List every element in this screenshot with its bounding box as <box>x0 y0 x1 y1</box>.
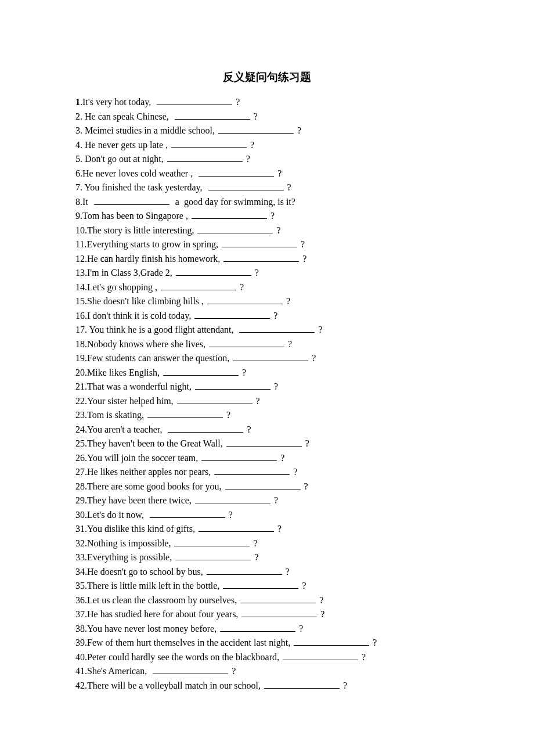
question-text-suffix: ? <box>237 282 244 292</box>
document-page: 反义疑问句练习题 1.It's very hot today, ?2. He c… <box>0 0 534 751</box>
question-text-suffix: ? <box>240 368 246 377</box>
question-text-prefix: You finished the task yesterday, <box>82 182 207 192</box>
question-item: 19.Few students can answer the question,… <box>75 351 459 366</box>
question-number: 9 <box>75 211 80 221</box>
question-number: 2 <box>75 111 80 121</box>
question-text-prefix: They haven't been to the Great Wall, <box>87 438 225 448</box>
question-number: 8 <box>75 197 80 207</box>
question-text-suffix: ? <box>226 510 233 520</box>
question-text-suffix: ? <box>303 438 309 448</box>
question-item: 2. He can speak Chinese, ? <box>75 110 459 124</box>
question-text-prefix: I don't think it is cold today, <box>87 311 193 321</box>
question-item: 6.He never loves cold weather , ? <box>75 167 459 181</box>
question-item: 7. You finished the task yesterday, ? <box>75 181 459 195</box>
question-text-suffix: ? <box>254 396 260 406</box>
question-text-suffix: ? <box>251 538 257 548</box>
question-item: 38.You have never lost money before, ? <box>75 622 459 636</box>
question-text-suffix: ? <box>251 111 258 121</box>
question-text-prefix: Don't go out at night, <box>82 154 166 164</box>
question-text-prefix: Let's go shopping , <box>87 282 160 292</box>
question-number: 23 <box>75 410 85 420</box>
answer-blank <box>177 395 252 404</box>
answer-blank <box>222 239 297 247</box>
answer-blank <box>167 153 243 162</box>
question-number: 32 <box>75 538 85 548</box>
question-item: 4. He never gets up late , ? <box>75 138 459 153</box>
answer-blank <box>174 538 250 546</box>
question-number: 33 <box>75 552 85 562</box>
question-item: 41.She's American, ? <box>75 664 459 679</box>
question-text-prefix: He doesn't go to school by bus, <box>87 567 205 577</box>
question-text-prefix: She's American, <box>87 666 151 676</box>
answer-blank <box>147 409 223 418</box>
answer-blank <box>201 452 277 461</box>
question-item: 18.Nobody knows where she lives, ? <box>75 337 459 352</box>
question-text-suffix: ? <box>300 581 306 591</box>
question-text-prefix: He can hardly finish his homework, <box>87 254 222 264</box>
question-text-prefix: The story is little interesting, <box>87 225 196 235</box>
question-number: 1 <box>75 97 80 107</box>
answer-blank <box>283 651 358 660</box>
question-text-prefix: She doesn't like climbing hills , <box>87 296 206 306</box>
answer-blank <box>225 481 301 489</box>
question-number: 5 <box>75 154 80 164</box>
question-text-suffix: ? <box>318 609 324 619</box>
question-text-prefix: Let's do it now, <box>87 510 149 520</box>
answer-blank <box>207 566 282 575</box>
question-text-suffix: ? <box>244 424 251 434</box>
question-number: 39 <box>75 638 85 647</box>
question-text-suffix: ? <box>297 624 303 633</box>
question-text-prefix: Few students can answer the question, <box>87 353 232 363</box>
question-item: 26.You will join the soccer team, ? <box>75 451 459 466</box>
question-text-prefix: Meimei studies in a middle school, <box>82 125 217 135</box>
question-text-suffix: ? <box>284 296 290 306</box>
question-text-prefix: Let us clean the classroom by ourselves, <box>87 595 239 605</box>
question-text-prefix: Tom is skating, <box>87 410 146 420</box>
question-number: 10 <box>75 225 85 235</box>
answer-blank <box>208 182 284 190</box>
question-text-prefix: That was a wonderful night, <box>87 381 194 391</box>
question-item: 13.I'm in Class 3,Grade 2, ? <box>75 266 459 280</box>
answer-blank <box>223 580 298 589</box>
question-number: 29 <box>75 495 85 505</box>
answer-blank <box>207 296 283 304</box>
question-text-prefix: He can speak Chinese, <box>82 111 174 121</box>
question-text-suffix: ? <box>268 211 275 221</box>
question-number: 11 <box>75 239 84 249</box>
answer-blank <box>220 623 295 632</box>
question-number: 20 <box>75 368 85 377</box>
question-number: 3 <box>75 125 80 135</box>
answer-blank <box>199 523 274 532</box>
answer-blank <box>214 466 290 475</box>
question-text-suffix: ? <box>316 325 322 334</box>
question-text-prefix: Few of them hurt themselves in the accid… <box>87 638 293 647</box>
question-text-prefix: Tom has been to Singapore , <box>82 211 190 221</box>
question-number: 22 <box>75 396 85 406</box>
question-text-prefix: Nothing is impossible, <box>87 538 173 548</box>
question-text-prefix: Mike likes English, <box>87 368 162 377</box>
question-item: 12.He can hardly finish his homework, ? <box>75 252 459 267</box>
answer-blank <box>194 310 270 319</box>
question-item: 1.It's very hot today, ? <box>75 95 459 110</box>
question-text-suffix: ? <box>300 254 306 264</box>
question-number: 15 <box>75 296 85 306</box>
question-text-suffix: ? <box>283 567 290 577</box>
answer-blank <box>264 680 340 689</box>
answer-blank <box>241 609 317 617</box>
question-number: 25 <box>75 438 85 448</box>
question-text-suffix: ? <box>309 353 316 363</box>
question-text-suffix: ? <box>252 268 259 278</box>
question-number: 38 <box>75 624 85 633</box>
question-text-prefix: Everything starts to grow in spring, <box>86 239 221 249</box>
question-text-prefix: Nobody knows where she lives, <box>87 339 208 349</box>
question-text-prefix: You think he is a good flight attendant, <box>87 325 238 334</box>
question-number: 17 <box>75 325 85 334</box>
question-text-prefix: There are some good books for you, <box>87 481 224 491</box>
question-item: 8.It a good day for swimming, is it? <box>75 195 459 210</box>
question-item: 40.Peter could hardly see the words on t… <box>75 650 459 665</box>
question-text-prefix: Everything is possible, <box>87 552 174 562</box>
answer-blank <box>240 595 316 603</box>
question-text-suffix: ? <box>233 97 240 107</box>
answer-blank <box>161 282 236 290</box>
answer-blank <box>171 139 247 148</box>
